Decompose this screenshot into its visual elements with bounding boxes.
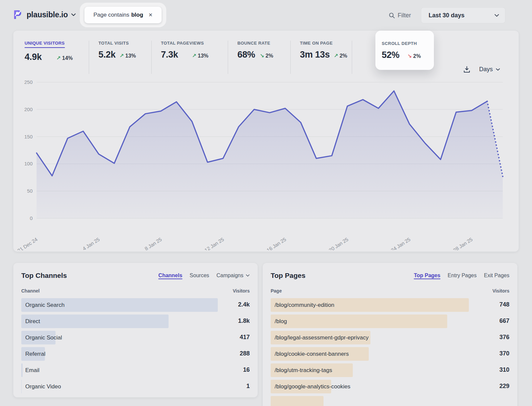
stat-bounce-rate[interactable]: BOUNCE RATE 68% ↘2% [228, 41, 290, 74]
row-label: Organic Social [25, 329, 62, 346]
top-channels-panel: Top Channels Channels Sources Campaigns … [13, 263, 258, 397]
tab-sources[interactable]: Sources [190, 273, 209, 279]
row-bar [271, 314, 447, 328]
stat-value: 4.9k [25, 52, 42, 62]
filter-button[interactable]: Filter [389, 12, 411, 19]
top-bar: P plausible.io Page contains blog ✕ Filt [0, 0, 532, 31]
trend-arrow-icon: ↘ [407, 53, 412, 59]
filter-chip-highlight: Page contains blog ✕ [80, 3, 166, 27]
header-controls: Filter Last 30 days [389, 0, 505, 31]
stat-label: BOUNCE RATE [237, 41, 270, 46]
table-row[interactable]: Email16 [21, 362, 250, 378]
svg-text:P: P [13, 9, 22, 21]
row-visitors: 370 [499, 346, 509, 361]
column-header: Channel [21, 288, 40, 294]
filter-chip[interactable]: Page contains blog ✕ [84, 7, 162, 23]
row-label: Organic Video [25, 378, 61, 395]
download-icon [463, 66, 470, 73]
interval-select[interactable]: Days [479, 66, 500, 73]
table-row[interactable]: /blog667 [271, 313, 509, 329]
stat-total-pageviews[interactable]: TOTAL PAGEVIEWS 7.3k ↗13% [151, 41, 228, 74]
row-label: /blog/google-analytics-cookies [275, 378, 350, 395]
stat-label: SCROLL DEPTH [382, 41, 417, 46]
row-label: /blog [275, 313, 287, 329]
search-icon [389, 12, 395, 19]
table-row[interactable] [271, 395, 509, 406]
row-visitors: 748 [499, 297, 509, 312]
table-row[interactable]: /blog/legal-assessment-gdpr-eprivacy376 [271, 329, 509, 346]
x-axis-tick-label: 8 Jan 25 [144, 236, 163, 250]
stat-value: 5.2k [98, 50, 115, 60]
row-visitors: 1 [246, 378, 250, 394]
stat-value: 52% [382, 50, 399, 60]
stat-unique-visitors[interactable]: UNIQUE VISITORS 4.9k ↗14% [25, 41, 89, 74]
stat-label: TOTAL VISITS [98, 41, 129, 46]
download-button[interactable] [463, 66, 470, 73]
column-header: Visitors [233, 288, 250, 294]
column-header: Page [271, 288, 282, 294]
table-row[interactable]: /blog/google-analytics-cookies229 [271, 378, 509, 395]
stat-label: TIME ON PAGE [300, 41, 332, 46]
table-row[interactable]: Organic Search2.4k [21, 297, 250, 313]
trend-arrow-icon: ↘ [260, 53, 264, 59]
stat-delta: ↘2% [407, 53, 421, 59]
tab-campaigns[interactable]: Campaigns [216, 273, 250, 279]
filter-chip-text: Page contains [93, 12, 129, 18]
chart-area-fill [37, 91, 503, 218]
stat-label: TOTAL PAGEVIEWS [161, 41, 204, 46]
row-visitors: 376 [499, 329, 509, 345]
stat-delta: ↗14% [56, 55, 72, 61]
interval-label: Days [479, 66, 493, 73]
x-axis-tick-label: 4 Jan 25 [81, 236, 101, 250]
row-visitors: 229 [499, 378, 509, 394]
table-row[interactable]: Referral288 [21, 346, 250, 362]
table-row[interactable]: Organic Video1 [21, 378, 250, 395]
close-icon[interactable]: ✕ [149, 12, 153, 18]
table-row[interactable]: /blog/community-edition748 [271, 297, 509, 313]
analytics-panel: UNIQUE VISITORS 4.9k ↗14% TOTAL VISITS 5… [13, 31, 519, 252]
date-range-select[interactable]: Last 30 days [421, 7, 505, 23]
row-bar [21, 314, 169, 328]
table-row[interactable]: Organic Social417 [21, 329, 250, 346]
top-pages-panel: Top Pages Top Pages Entry Pages Exit Pag… [263, 263, 517, 406]
stat-value: 3m 13s [300, 50, 330, 60]
stat-delta: ↘2% [260, 53, 273, 59]
table-row[interactable]: /blog/utm-tracking-tags310 [271, 362, 509, 378]
table-row[interactable]: Direct1.8k [21, 313, 250, 329]
site-switcher[interactable]: P plausible.io [13, 9, 76, 21]
table-row[interactable]: /blog/cookie-consent-banners370 [271, 346, 509, 362]
plausible-dashboard: P plausible.io Page contains blog ✕ Filt [0, 0, 532, 406]
row-label: Organic Search [25, 297, 65, 313]
stat-total-visits[interactable]: TOTAL VISITS 5.2k ↗13% [89, 41, 151, 74]
stat-value: 68% [237, 50, 255, 60]
tab-top-pages[interactable]: Top Pages [414, 273, 441, 279]
visitors-chart[interactable]: 05010015020025031 Dec 244 Jan 258 Jan 25… [13, 74, 519, 250]
y-axis-tick-label: 150 [24, 134, 33, 139]
column-header: Visitors [492, 288, 509, 294]
x-axis-tick-label: 12 Jan 25 [203, 236, 225, 250]
y-axis-tick-label: 50 [27, 188, 33, 194]
y-axis-tick-label: 0 [30, 215, 33, 221]
panel-title: Top Channels [21, 272, 67, 280]
row-label: /blog/utm-tracking-tags [275, 362, 332, 378]
row-visitors: 310 [499, 362, 509, 378]
tab-exit-pages[interactable]: Exit Pages [484, 273, 509, 279]
y-axis-tick-label: 250 [24, 79, 33, 85]
stat-value: 7.3k [161, 50, 178, 60]
channels-tabs: Channels Sources Campaigns [158, 273, 250, 279]
row-bar [271, 396, 324, 406]
trend-arrow-icon: ↗ [334, 53, 338, 59]
stat-scroll-depth[interactable]: SCROLL DEPTH 52% ↘2% [375, 31, 434, 70]
site-name: plausible.io [27, 10, 68, 19]
row-label: Direct [25, 313, 40, 329]
row-visitors: 1.8k [238, 313, 250, 329]
chart-controls: Days [463, 66, 500, 73]
x-axis-tick-label: 31 Dec 24 [16, 236, 39, 250]
tab-channels[interactable]: Channels [158, 273, 182, 279]
stat-time-on-page[interactable]: TIME ON PAGE 3m 13s ↗2% [290, 41, 352, 74]
tab-entry-pages[interactable]: Entry Pages [448, 273, 476, 279]
chevron-down-icon [71, 13, 76, 16]
stats-row: UNIQUE VISITORS 4.9k ↗14% TOTAL VISITS 5… [13, 31, 519, 74]
y-axis-tick-label: 100 [24, 161, 33, 166]
row-visitors: 417 [240, 329, 250, 345]
